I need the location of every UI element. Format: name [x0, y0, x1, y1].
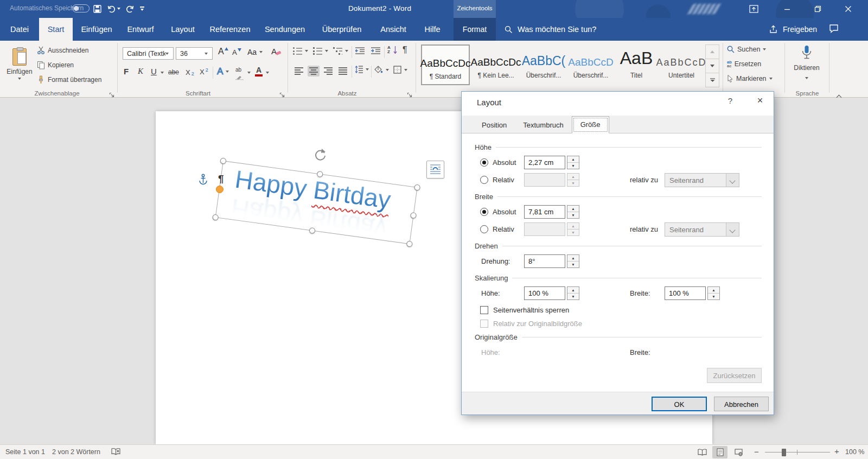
adjustment-handle[interactable] [216, 186, 224, 193]
reset-button[interactable]: Zurücksetzen [707, 368, 762, 383]
breite-relativ-radio[interactable]: Relativ [480, 225, 514, 233]
web-layout-button[interactable] [731, 446, 746, 458]
paragraph-dialog-launcher-icon[interactable] [407, 91, 414, 98]
font-color-button[interactable]: A [255, 66, 263, 76]
proofing-errors-icon[interactable] [111, 448, 120, 457]
style-ueberschrift-2[interactable]: AaBbCcD Überschrif... [567, 44, 614, 85]
grow-font-button[interactable]: A [218, 47, 228, 56]
format-painter-button[interactable]: Format übertragen [37, 75, 101, 84]
clear-formatting-button[interactable]: A [271, 47, 282, 56]
align-center-button[interactable] [308, 66, 320, 76]
skalierung-hoehe-value[interactable]: 100 % [524, 286, 565, 300]
hoehe-absolut-radio[interactable]: Absolut [480, 158, 516, 167]
italic-button[interactable]: K [138, 67, 143, 76]
resize-handle-top-left[interactable] [220, 157, 226, 164]
tab-datei[interactable]: Datei [4, 18, 35, 41]
style-ueberschrift-1[interactable]: AaBbC( Überschrif... [520, 44, 567, 85]
share-button[interactable]: Freigeben [769, 18, 817, 41]
dialog-tab-groesse[interactable]: Größe [572, 116, 609, 133]
rotation-handle[interactable] [313, 148, 327, 164]
show-paragraph-marks-button[interactable]: ¶ [403, 45, 407, 55]
style-titel[interactable]: AaB Titel [614, 44, 659, 85]
read-mode-button[interactable] [694, 446, 710, 458]
cut-button[interactable]: Ausschneiden [37, 46, 88, 54]
tab-sendungen[interactable]: Sendungen [260, 18, 309, 41]
styles-scroll-up-button[interactable] [706, 45, 719, 59]
decrease-indent-button[interactable] [355, 47, 365, 55]
justify-button[interactable] [337, 66, 349, 76]
customize-qat-button[interactable] [140, 7, 144, 11]
line-spacing-button[interactable] [355, 66, 369, 73]
breite-absolut-radio[interactable]: Absolut [480, 208, 516, 216]
shading-button[interactable] [374, 66, 389, 74]
font-name-combo[interactable]: Calibri (Textk( [123, 47, 174, 60]
save-icon[interactable] [93, 5, 101, 13]
lock-aspect-checkbox[interactable] [480, 306, 488, 314]
bullet-list-button[interactable] [293, 47, 308, 55]
style-standard[interactable]: AaBbCcDc ¶ Standard [421, 44, 470, 85]
tab-referenzen[interactable]: Referenzen [206, 18, 254, 41]
tab-layout[interactable]: Layout [166, 18, 200, 41]
styles-more-button[interactable] [706, 73, 719, 87]
borders-button[interactable] [393, 66, 407, 74]
highlight-dropdown-icon[interactable] [247, 72, 251, 74]
redo-button[interactable] [126, 5, 135, 13]
lock-aspect-checkbox-row[interactable]: Seitenverhältnis sperren [480, 305, 762, 315]
comments-icon[interactable] [829, 24, 839, 35]
drehung-value[interactable]: 8° [524, 254, 565, 268]
dialog-help-button[interactable]: ? [723, 96, 737, 109]
hoehe-absolut-value[interactable]: 2,27 cm [524, 156, 565, 169]
drehung-spinner[interactable]: 8°▲▼ [524, 254, 579, 268]
breite-absolut-spinner[interactable]: 7,81 cm▲▼ [524, 205, 579, 219]
minimize-button[interactable] [778, 0, 796, 18]
zoom-out-button[interactable]: − [754, 447, 759, 456]
numbered-list-button[interactable] [313, 47, 328, 55]
cancel-button[interactable]: Abbrechen [714, 397, 769, 411]
dialog-close-button[interactable]: × [752, 95, 768, 109]
dictate-button[interactable]: Diktieren [788, 45, 826, 81]
skalierung-breite-value[interactable]: 100 % [665, 286, 706, 300]
restore-button[interactable] [808, 0, 827, 18]
highlight-button[interactable]: ab [235, 67, 244, 82]
copy-button[interactable]: Kopieren [37, 61, 74, 69]
hoehe-absolut-spinner[interactable]: 2,27 cm▲▼ [524, 156, 579, 169]
ok-button[interactable]: OK [652, 397, 707, 411]
ribbon-display-options-button[interactable] [744, 0, 763, 18]
styles-scroll-down-button[interactable] [706, 59, 719, 73]
font-color-dropdown-icon[interactable] [266, 72, 269, 74]
increase-indent-button[interactable] [371, 47, 380, 55]
text-effects-button[interactable]: A [217, 66, 229, 77]
replace-button[interactable]: abac Ersetzen [727, 60, 761, 68]
shrink-font-button[interactable]: A [232, 48, 241, 56]
tab-format[interactable]: Format [454, 18, 496, 41]
paste-button[interactable]: Einfügen [4, 45, 35, 90]
hoehe-relativ-radio[interactable]: Relativ [480, 176, 514, 184]
zoom-level[interactable]: 100 % [845, 448, 864, 456]
tell-me-search[interactable]: Was möchten Sie tun? [505, 18, 596, 41]
underline-dropdown-icon[interactable] [161, 72, 164, 74]
subscript-button[interactable]: X2 [186, 68, 194, 76]
word-count[interactable]: 2 von 2 Wörtern [52, 448, 100, 456]
multilevel-list-button[interactable] [333, 47, 348, 55]
tab-ansicht[interactable]: Ansicht [374, 18, 412, 41]
font-dialog-launcher-icon[interactable] [279, 91, 287, 98]
bold-button[interactable]: F [124, 67, 129, 76]
dialog-tab-textumbruch[interactable]: Textumbruch [515, 117, 571, 133]
select-button[interactable]: Markieren [727, 75, 773, 82]
style-kein-leerraum[interactable]: AaBbCcDc ¶ Kein Lee... [472, 44, 520, 85]
font-size-combo[interactable]: 36 [176, 47, 213, 60]
align-left-button[interactable] [293, 66, 305, 76]
tab-hilfe[interactable]: Hilfe [419, 18, 446, 41]
superscript-button[interactable]: X2 [200, 68, 208, 76]
tab-einfuegen[interactable]: Einfügen [77, 18, 116, 41]
tab-entwurf[interactable]: Entwurf [122, 18, 159, 41]
strikethrough-button[interactable]: abe [168, 68, 179, 76]
tab-start[interactable]: Start [39, 18, 73, 41]
tab-ueberpruefen[interactable]: Überprüfen [317, 18, 367, 41]
page-info[interactable]: Seite 1 von 1 [5, 448, 45, 456]
style-untertitel[interactable]: AaBbCcD Untertitel [659, 44, 704, 85]
print-layout-button[interactable] [712, 446, 727, 458]
breite-absolut-value[interactable]: 7,81 cm [524, 205, 565, 219]
zoom-slider-thumb[interactable] [782, 449, 786, 456]
close-button[interactable] [839, 0, 857, 18]
